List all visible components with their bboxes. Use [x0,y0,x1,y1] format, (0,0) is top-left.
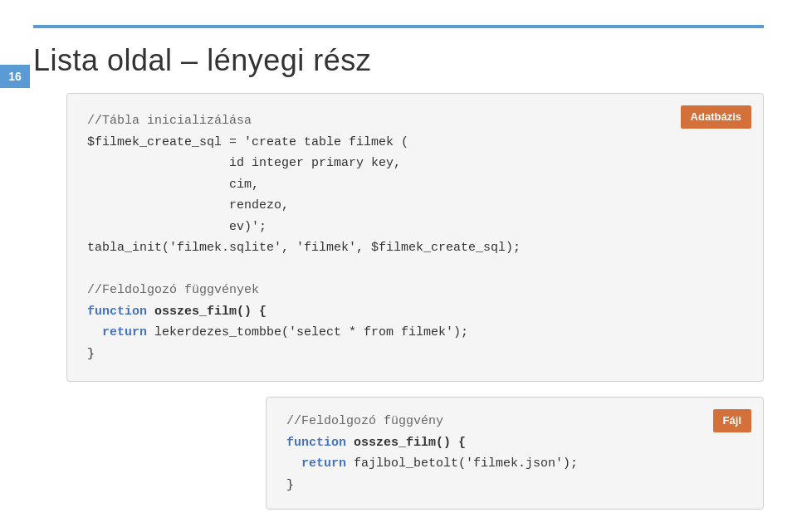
code-line-5: rendezo, [87,195,743,217]
code-line-6: ev)'; [87,217,743,238]
bottom-code-line-3: return fajlbol_betolt('filmek.json'); [286,453,743,475]
bottom-code-box: Fájl //Feldolgozó függvény function ossz… [266,397,764,510]
keyword-return: return [102,325,147,339]
code-line-8: //Feldolgozó függvények [87,280,743,301]
code-line-7: tabla_init('filmek.sqlite', 'filmek', $f… [87,237,743,259]
code-line-10: return lekerdezes_tombbe('select * from … [87,322,743,344]
bottom-code-line-4: } [286,475,743,496]
bottom-return-value: fajlbol_betolt('filmek.json'); [346,456,578,471]
title-bar [33,25,764,28]
bottom-code-line-1: //Feldolgozó függvény [286,411,743,432]
code-equals: = [222,135,244,149]
bottom-code-line-2: function osszes_film() { [286,432,743,454]
code-line-11: } [87,344,743,365]
slide-number: 16 [0,65,30,88]
adatbazis-badge: Adatbázis [681,105,751,129]
code-line-4: cim, [87,174,743,196]
code-blank [87,259,743,281]
code-line-9: function osszes_film() { [87,301,743,323]
keyword-function: function [87,305,147,319]
main-code-box: Adatbázis //Tábla inicializálása $filmek… [66,93,764,382]
code-string: 'create table filmek ( [244,135,408,149]
function-name: osszes_film() { [147,305,266,319]
code-line-3: id integer primary key, [87,153,743,174]
fajl-badge: Fájl [713,409,751,432]
page-title: Lista oldal – lényegi rész [33,43,764,78]
code-variable: $filmek_create_sql [87,135,222,149]
slide-container: Lista oldal – lényegi rész 16 Adatbázis … [0,0,797,532]
code-line-2: $filmek_create_sql = 'create table filme… [87,132,743,154]
bottom-keyword-return: return [301,456,346,471]
bottom-function-name: osszes_film() { [346,436,466,450]
return-value: lekerdezes_tombbe('select * from filmek'… [147,325,468,339]
bottom-keyword-function: function [286,436,346,450]
code-line-1: //Tábla inicializálása [87,110,743,132]
